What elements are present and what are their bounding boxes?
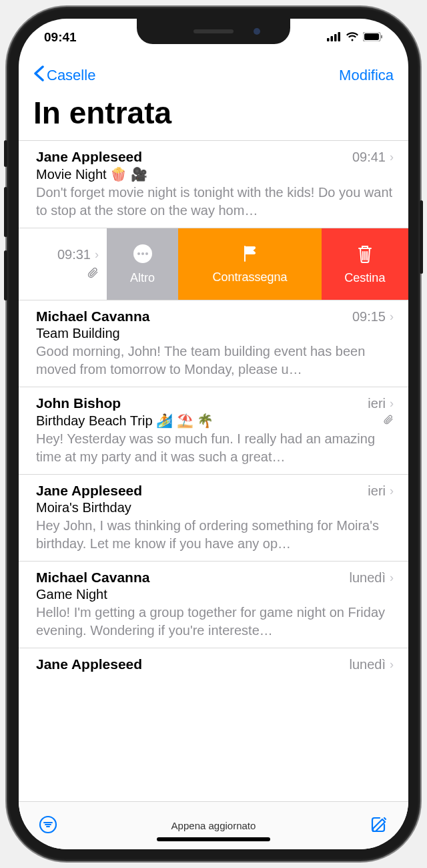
filter-button[interactable] [39, 815, 57, 837]
swipe-flag-label: Contrassegna [212, 270, 287, 284]
chevron-right-icon: › [390, 397, 394, 411]
mail-row-swiped[interactable]: 09:31 › Altro [19, 228, 408, 300]
mail-sender: Jane Appleseed [36, 149, 142, 165]
home-indicator[interactable] [157, 837, 270, 841]
svg-rect-3 [338, 32, 341, 41]
cellular-icon [327, 30, 342, 45]
edit-button[interactable]: Modifica [339, 67, 394, 84]
wifi-icon [346, 30, 359, 45]
volume-down-button [4, 250, 7, 300]
mail-subject: Moira's Birthday [36, 500, 394, 515]
mail-time: ieri [368, 483, 386, 499]
mail-preview: Don't forget movie night is tonight with… [36, 184, 394, 220]
phone-frame: 09:41 Caselle Modifica [7, 7, 420, 861]
toolbar: Appena aggiornato [19, 801, 408, 849]
swipe-more-label: Altro [130, 271, 155, 285]
mail-subject: Team Building [36, 326, 394, 341]
toolbar-status: Appena aggiornato [171, 820, 256, 831]
mail-row[interactable]: Jane Appleseed 09:41 › Movie Night 🍿 🎥 D… [19, 140, 408, 228]
svg-point-10 [145, 252, 148, 255]
swipe-flag-button[interactable]: Contrassegna [178, 228, 322, 300]
chevron-right-icon: › [390, 310, 394, 324]
power-button [420, 200, 423, 274]
mail-preview: Hello! I'm getting a group together for … [36, 604, 394, 640]
swipe-trash-button[interactable]: Cestina [322, 228, 408, 300]
more-icon [133, 244, 153, 267]
mail-sender: Jane Appleseed [36, 656, 142, 672]
mail-sender: Jane Appleseed [36, 483, 142, 499]
mail-sender: Michael Cavanna [36, 308, 149, 324]
svg-rect-5 [364, 33, 379, 40]
mail-time: 09:41 [352, 150, 386, 165]
mail-sender: John Bishop [36, 395, 121, 411]
notch [137, 19, 290, 44]
mail-row[interactable]: Michael Cavanna 09:15 › Team Building Go… [19, 300, 408, 387]
mail-time: lunedì [350, 570, 386, 586]
battery-icon [363, 30, 383, 45]
mail-subject: Game Night [36, 587, 394, 602]
mail-time: 09:31 [57, 247, 91, 262]
chevron-right-icon: › [390, 484, 394, 498]
mail-row[interactable]: Jane Appleseed ieri › Moira's Birthday H… [19, 474, 408, 561]
mail-row[interactable]: Jane Appleseed lunedì › [19, 648, 408, 675]
swipe-peek: 09:31 › [19, 228, 107, 300]
attachment-icon [87, 266, 99, 282]
mail-row[interactable]: John Bishop ieri › Birthday Beach Trip 🏄… [19, 387, 408, 474]
mail-time: 09:15 [352, 309, 386, 324]
mail-time: lunedì [350, 657, 386, 672]
back-label: Caselle [47, 67, 95, 84]
svg-point-9 [141, 252, 144, 255]
svg-rect-0 [327, 38, 330, 41]
nav-bar: Caselle Modifica [19, 56, 408, 91]
mail-row[interactable]: Michael Cavanna lunedì › Game Night Hell… [19, 561, 408, 648]
status-time: 09:41 [44, 30, 77, 45]
chevron-left-icon [33, 65, 44, 85]
chevron-right-icon: › [390, 571, 394, 585]
compose-button[interactable] [370, 815, 388, 837]
chevron-right-icon: › [390, 150, 394, 164]
mail-subject: Movie Night 🍿 🎥 [36, 166, 394, 182]
svg-rect-6 [381, 35, 382, 39]
mail-subject: Birthday Beach Trip 🏄 ⛱️ 🌴 [36, 413, 394, 429]
svg-rect-2 [334, 34, 337, 41]
mail-sender: Michael Cavanna [36, 570, 149, 586]
volume-up-button [4, 187, 7, 237]
chevron-right-icon: › [390, 658, 394, 672]
trash-icon [356, 244, 374, 267]
screen: 09:41 Caselle Modifica [19, 19, 408, 849]
page-title: In entrata [19, 91, 408, 140]
svg-point-8 [137, 252, 140, 255]
mail-list[interactable]: Jane Appleseed 09:41 › Movie Night 🍿 🎥 D… [19, 140, 408, 801]
mail-preview: Hey John, I was thinking of ordering som… [36, 517, 394, 553]
flag-icon [241, 244, 260, 266]
svg-rect-1 [331, 36, 334, 41]
swipe-more-button[interactable]: Altro [107, 228, 178, 300]
mail-time: ieri [368, 396, 386, 411]
attachment-icon [383, 414, 394, 427]
chevron-right-icon: › [95, 248, 99, 262]
back-button[interactable]: Caselle [33, 65, 95, 85]
swipe-actions: Altro Contrassegna Cestina [107, 228, 408, 300]
silent-switch [4, 140, 7, 167]
mail-preview: Good morning, John! The team building ev… [36, 343, 394, 379]
swipe-trash-label: Cestina [344, 271, 385, 285]
mail-preview: Hey! Yesterday was so much fun. I really… [36, 430, 394, 466]
